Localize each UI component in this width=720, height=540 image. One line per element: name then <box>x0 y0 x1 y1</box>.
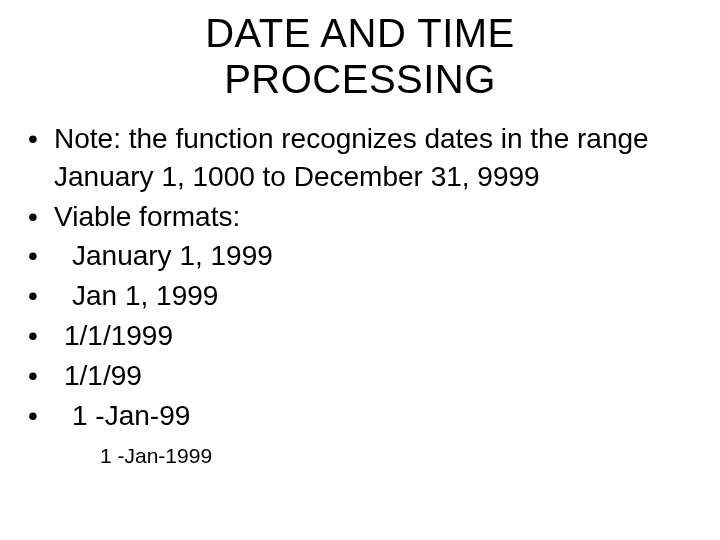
title-line-2: PROCESSING <box>224 57 496 101</box>
bullet-text: 1/1/99 <box>54 357 142 395</box>
list-item: 1/1/99 <box>20 357 700 395</box>
list-item: Note: the function recognizes dates in t… <box>20 120 700 196</box>
list-item: 1/1/1999 <box>20 317 700 355</box>
list-item: 1 -Jan-99 <box>20 397 700 435</box>
trailing-text: 1 -Jan-1999 <box>20 444 700 468</box>
bullet-text: January 1, 1999 <box>54 237 273 275</box>
bullet-text: Jan 1, 1999 <box>54 277 218 315</box>
list-item: Jan 1, 1999 <box>20 277 700 315</box>
bullet-text: Note: the function recognizes dates in t… <box>54 123 649 192</box>
list-item: Viable formats: <box>20 198 700 236</box>
slide: DATE AND TIME PROCESSING Note: the funct… <box>0 0 720 540</box>
bullet-text: Viable formats: <box>54 201 240 232</box>
slide-title: DATE AND TIME PROCESSING <box>20 10 700 102</box>
list-item: January 1, 1999 <box>20 237 700 275</box>
bullet-text: 1/1/1999 <box>54 317 173 355</box>
bullet-text: 1 -Jan-99 <box>54 397 190 435</box>
bullet-list: Note: the function recognizes dates in t… <box>20 120 700 434</box>
title-line-1: DATE AND TIME <box>205 11 515 55</box>
